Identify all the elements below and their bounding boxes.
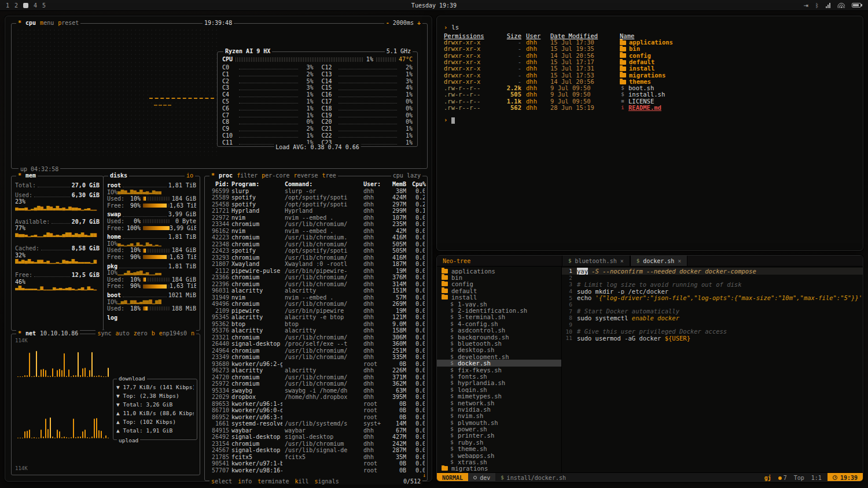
wifi-icon[interactable] [837, 3, 845, 8]
process-row[interactable]: 96031alacrittyalacrittydhh151M0.0 [207, 287, 425, 294]
net-button-auto[interactable]: auto [116, 330, 130, 337]
terminal-window[interactable]: ›ls PermissionsSizeUserDate ModifiedName… [436, 16, 863, 251]
process-row[interactable]: 57707kworker/u98:16-broot0B0.0 [207, 467, 425, 474]
process-row[interactable]: 23321chromium/usr/lib/chromium/dhh306M0.… [207, 334, 425, 341]
tree-item-install[interactable]: install [437, 294, 561, 301]
scroll-down-icon[interactable]: ↓ [422, 472, 426, 478]
process-row[interactable]: 22972nvimnvim --embed .dhh107M0.0 [207, 215, 425, 221]
process-row[interactable]: 93680kworker/u96:2-gfroot0B0.0 [207, 361, 425, 368]
workspace-4[interactable]: 4 [34, 2, 37, 9]
process-row[interactable]: 42223chromium/usr/lib/chromium.dhh416M0.… [207, 234, 425, 241]
buffer-line[interactable]: 1yay -S --noconfirm --needed docker dock… [562, 268, 863, 275]
tab-bluetooth.sh[interactable]: $bluetooth.sh× [562, 256, 630, 266]
tree-item-mimetypes.sh[interactable]: $mimetypes.sh [437, 393, 561, 399]
process-row[interactable]: 49496chromium/usr/lib/chromium/dhh269M0.… [207, 301, 425, 308]
workspace-2[interactable]: 2 [14, 2, 18, 9]
process-row[interactable]: 95334swaybgswaybg -i /home/dhdhh63M0.0 [207, 387, 425, 394]
tree-item-docker.sh[interactable]: $docker.sh [437, 360, 561, 366]
proc-footer-select[interactable]: select [211, 478, 232, 485]
process-row[interactable]: 23293chromium/usr/lib/chromium/dhh416M0.… [207, 254, 425, 261]
update-interval-control[interactable]: - 2000ms + [384, 20, 422, 26]
buffer-line[interactable]: 9 [562, 321, 863, 328]
process-row[interactable]: 24964chromium/usr/lib/chromium/dhh251M0.… [207, 347, 425, 354]
process-row[interactable]: 21721HyprlandHyprlanddhh299M0.1 [207, 208, 425, 215]
tree-item-xtras.sh[interactable]: $xtras.sh [437, 459, 561, 465]
process-row[interactable]: 31949nvimnvim --embed .dhh57M0.0 [207, 294, 425, 301]
net-button-zero[interactable]: zero [134, 330, 148, 337]
buffer-line[interactable]: 11sudo usermod -aG docker ${USER} [562, 335, 863, 342]
process-row[interactable]: 89653kworker/u96:1-sdroot0B0.0 [207, 401, 425, 408]
process-row[interactable]: 25458spotify/opt/spotify/spotidhh297M0.2 [207, 201, 425, 208]
proc-button-reverse[interactable]: reverse [293, 172, 318, 179]
tree-item-nvim.sh[interactable]: $nvim.sh [437, 413, 561, 419]
process-row[interactable]: 23366chromium/usr/lib/chromium/dhh376M0.… [207, 274, 425, 281]
net-button-n[interactable]: n [191, 330, 194, 337]
proc-button-per-core[interactable]: per-core [262, 172, 289, 179]
proc-column-5[interactable]: Cpu% [409, 181, 426, 188]
tree-item-plymouth.sh[interactable]: $plymouth.sh [437, 419, 561, 426]
net-button-enp194s0[interactable]: enp194s0 [159, 330, 187, 337]
tree-item-bin[interactable]: bin [437, 274, 561, 280]
tree-item-3-terminal.sh[interactable]: $3-terminal.sh [437, 314, 561, 320]
process-row[interactable]: 95362btopbtopdhh9.0M0.0 [207, 321, 425, 328]
tree-item-fonts.sh[interactable]: $fonts.sh [437, 373, 561, 379]
proc-button-tree[interactable]: tree [322, 172, 336, 179]
buffer-line[interactable]: 6 [562, 301, 863, 308]
process-row[interactable]: 23349chromium/usr/lib/chromium/dhh335M0.… [207, 354, 425, 361]
tree-item-backgrounds.sh[interactable]: $backgrounds.sh [437, 334, 561, 340]
process-row[interactable]: 96273alacrittyalacrittydhh226M0.0 [207, 367, 425, 374]
process-row[interactable]: 22029dropbox/home/dhh/.dropboxdhh395M0.0 [207, 394, 425, 401]
workspace-1[interactable]: 1 [6, 2, 9, 9]
net-button-b[interactable]: b [152, 330, 155, 337]
process-row[interactable]: 1661systemd-resolve/usr/lib/systemd/ssys… [207, 420, 425, 427]
tree-item-theme.sh[interactable]: $theme.sh [437, 446, 561, 452]
tree-item-webapps.sh[interactable]: $webapps.sh [437, 452, 561, 459]
neovim-window[interactable]: Neo-tree $bluetooth.sh×$docker.sh× appli… [436, 255, 863, 482]
process-row[interactable]: 22396chromium/usr/lib/chromium/dhh314M0.… [207, 281, 425, 288]
buffer-line[interactable]: 5echo '{"log-driver":"json-file","log-op… [562, 294, 863, 301]
buffer-line[interactable]: 3# Limit log size to avoid running out o… [562, 281, 863, 288]
process-row[interactable]: 23154chromium/usr/lib/chromiumdhh242M0.0 [207, 441, 425, 448]
process-row[interactable]: 90541kworker/u97:1-btroot0B0.0 [207, 460, 425, 467]
process-row[interactable]: 21807XwaylandXwayland :0 -rootldhh187M0.… [207, 261, 425, 268]
net-button-sync[interactable]: sync [97, 330, 111, 337]
proc-button-filter[interactable]: filter [237, 172, 258, 179]
io-toggle[interactable]: io [185, 172, 195, 179]
buffer-line[interactable]: 10# Give this user privileged Docker acc… [562, 328, 863, 335]
cpu-button-preset[interactable]: preset [58, 20, 79, 26]
proc-footer-signals[interactable]: signals [315, 478, 339, 485]
process-row[interactable]: 23344chromium/usr/lib/chromium/dhh235M0.… [207, 221, 425, 228]
proc-column-1[interactable]: Program: [231, 181, 282, 188]
tree-item-hyprlandia.sh[interactable]: $hyprlandia.sh [437, 380, 561, 386]
process-row[interactable]: 96162nvimnvim --embed .dhh42M0.0 [207, 228, 425, 235]
tree-item-1-yay.sh[interactable]: $1-yay.sh [437, 301, 561, 307]
process-row[interactable]: 24720chromium/usr/lib/chromium/dhh371M0.… [207, 374, 425, 381]
tree-item-migrations[interactable]: migrations [437, 465, 561, 472]
process-row[interactable]: 26492signal-desktopsignal-desktopdhh427M… [207, 434, 425, 441]
workspace-3[interactable] [23, 3, 28, 8]
tree-item-config[interactable]: config [437, 281, 561, 287]
process-row[interactable]: 96599slurpslurp -ordhh38M0.0 [207, 188, 425, 195]
proc-column-0[interactable]: Pid: [207, 181, 229, 188]
tree-item-4-config.sh[interactable]: $4-config.sh [437, 320, 561, 327]
proc-sort-mode[interactable]: cpu lazy [391, 172, 422, 179]
tree-item-default[interactable]: default [437, 287, 561, 294]
tree-item-2-identification.sh[interactable]: $2-identification.sh [437, 307, 561, 313]
tab-close-icon[interactable]: × [620, 258, 624, 264]
proc-column-3[interactable]: User: [363, 181, 383, 188]
battery-icon[interactable] [852, 3, 861, 8]
process-row[interactable]: 24567signal-desktop/usr/lib/signal-dedhh… [207, 447, 425, 454]
tree-item-power.sh[interactable]: $power.sh [437, 426, 561, 432]
process-row[interactable]: 25972chromium/usr/lib/chromium/dhh362M0.… [207, 380, 425, 387]
process-row[interactable]: 95345alacrittyalacritty -e btopdhh121M0.… [207, 314, 425, 321]
process-row[interactable]: 2109pipewire/usr/bin/pipewiredhh19M0.0 [207, 308, 425, 315]
tab-close-icon[interactable]: × [678, 258, 681, 264]
proc-column-4[interactable]: MemB [385, 181, 406, 188]
process-row[interactable]: 25589spotify/opt/spotify/spotidhh424M0.2 [207, 194, 425, 201]
proc-header-row[interactable]: Pid:Program:Command:User:MemBCpu% [207, 181, 425, 188]
process-row[interactable]: 26440signal-desktop/proc/self/exe --tdhh… [207, 341, 425, 347]
proc-footer-terminate[interactable]: terminate [258, 478, 289, 485]
proc-footer-info[interactable]: info [238, 478, 252, 485]
process-row[interactable]: 84915waybarwaybardhh67M0.0 [207, 427, 425, 434]
proc-column-2[interactable]: Command: [285, 181, 361, 188]
